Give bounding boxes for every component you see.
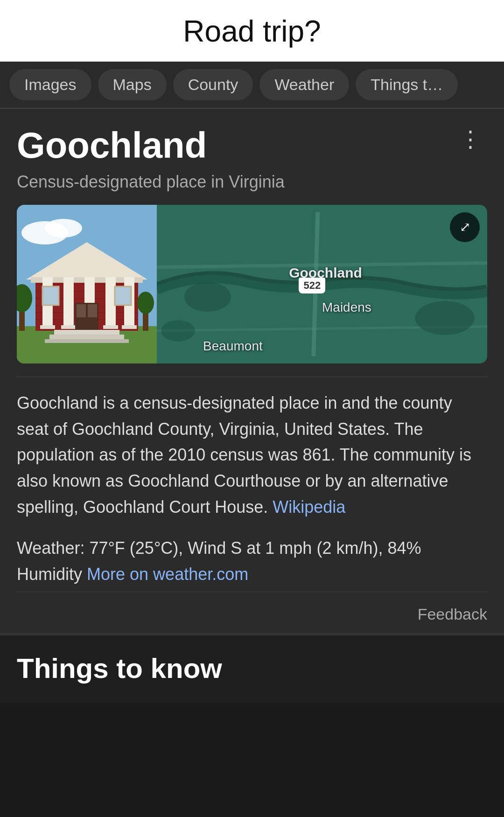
media-row: Goochland 522 Maidens Beaumont ⤢	[17, 205, 487, 363]
weather-prefix: Weather:	[17, 538, 89, 558]
section-divider	[17, 377, 487, 377]
feedback-button[interactable]: Feedback	[418, 605, 487, 623]
tab-things[interactable]: Things t…	[356, 69, 458, 100]
things-section-title: Things to know	[17, 652, 487, 684]
svg-rect-27	[115, 286, 131, 305]
svg-rect-18	[40, 325, 55, 329]
weather-info: Weather: 77°F (25°C), Wind S at 1 mph (2…	[17, 535, 487, 587]
svg-rect-26	[42, 286, 59, 305]
tab-county[interactable]: County	[173, 69, 253, 100]
panel-subtitle: Census-designated place in Virginia	[17, 172, 487, 192]
svg-rect-34	[45, 339, 129, 343]
weather-link[interactable]: More on weather.com	[87, 565, 248, 584]
svg-rect-24	[77, 304, 86, 317]
place-photo[interactable]	[17, 205, 157, 363]
tab-maps[interactable]: Maps	[98, 69, 167, 100]
svg-rect-25	[88, 304, 97, 317]
svg-point-39	[184, 282, 231, 312]
search-query-title: Road trip?	[0, 0, 504, 62]
knowledge-panel: Goochland ⋮ Census-designated place in V…	[0, 109, 504, 633]
things-section: Things to know	[0, 633, 504, 703]
svg-point-33	[137, 292, 154, 314]
svg-rect-21	[103, 325, 118, 329]
svg-point-41	[161, 320, 195, 341]
filter-tabs-bar: Images Maps County Weather Things t…	[0, 62, 504, 109]
svg-rect-14	[63, 277, 74, 328]
more-options-button[interactable]: ⋮	[454, 126, 487, 154]
svg-point-2	[45, 219, 82, 237]
map-label-maidens: Maidens	[322, 300, 371, 315]
map-label-beaumont: Beaumont	[203, 339, 263, 354]
tab-weather[interactable]: Weather	[259, 69, 349, 100]
svg-rect-29	[49, 335, 124, 339]
feedback-row: Feedback	[17, 592, 487, 633]
map-route-shield: 522	[299, 278, 325, 293]
panel-title: Goochland	[17, 126, 207, 166]
svg-point-40	[415, 301, 475, 335]
panel-header: Goochland ⋮	[17, 126, 487, 166]
place-description: Goochland is a census-designated place i…	[17, 390, 487, 520]
svg-rect-19	[61, 325, 76, 329]
map-expand-button[interactable]: ⤢	[450, 212, 480, 242]
svg-rect-22	[122, 325, 137, 329]
tab-images[interactable]: Images	[9, 69, 91, 100]
place-map[interactable]: Goochland 522 Maidens Beaumont ⤢	[157, 205, 487, 363]
wikipedia-link[interactable]: Wikipedia	[273, 497, 345, 517]
